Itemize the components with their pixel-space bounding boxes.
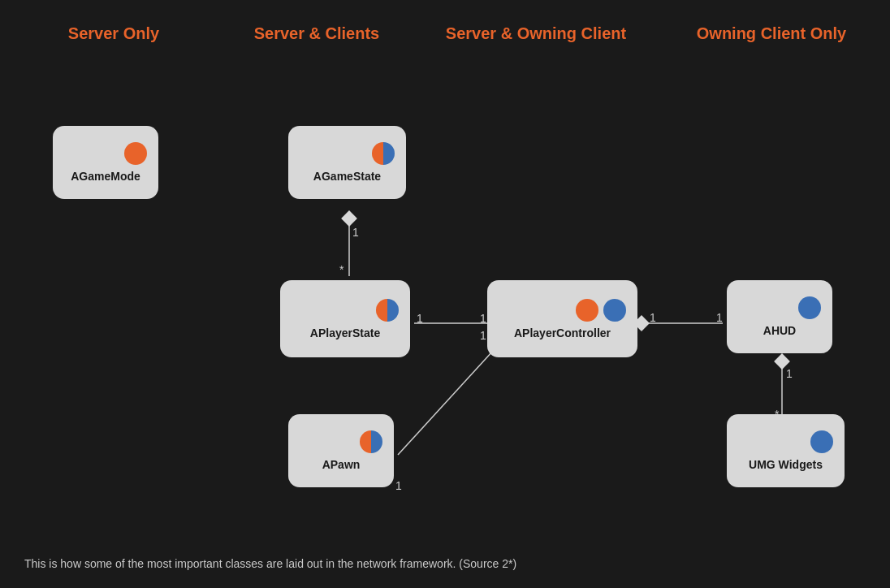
umgwidgets-blue-icon — [810, 430, 833, 453]
aplayercontroller-label: APlayerController — [514, 326, 611, 339]
col-header-server-only: Server Only — [41, 24, 187, 43]
apawn-label: APawn — [322, 458, 361, 471]
label-1-playercontroller-left: 1 — [480, 312, 486, 325]
agamestate-half-icon — [372, 142, 395, 165]
label-1-gamestate-top: 1 — [352, 226, 359, 239]
apawn-icons — [300, 430, 382, 453]
col-header-owning-only: Owning Client Only — [682, 24, 861, 43]
aplayercontroller-icons — [499, 299, 626, 322]
label-1-playerstate-right: 1 — [417, 312, 423, 325]
svg-line-4 — [398, 341, 502, 455]
label-1-playercontroller-left2: 1 — [480, 329, 486, 342]
node-umgwidgets: UMG Widgets — [727, 414, 845, 487]
node-ahud: AHUD — [727, 280, 832, 353]
label-1-playercontroller-right: 1 — [650, 311, 656, 324]
aplayerstate-label: APlayerState — [310, 326, 380, 339]
agamestate-label: AGameState — [313, 170, 381, 183]
ahud-icons — [738, 296, 821, 319]
agamemode-orange-icon — [124, 142, 147, 165]
aplayerstate-icons — [292, 299, 399, 322]
node-aplayercontroller: APlayerController — [487, 280, 637, 357]
aplayercontroller-blue-icon — [603, 299, 626, 322]
footer-text: This is how some of the most important c… — [24, 557, 516, 570]
node-aplayerstate: APlayerState — [280, 280, 410, 357]
label-1-ahud-bottom: 1 — [786, 367, 793, 380]
col-header-server-clients: Server & Clients — [244, 24, 390, 43]
node-agamestate: AGameState — [288, 126, 406, 199]
umgwidgets-label: UMG Widgets — [749, 458, 823, 471]
agamemode-label: AGameMode — [71, 170, 140, 183]
aplayerstate-half-icon — [376, 299, 399, 322]
agamestate-icons — [300, 142, 395, 165]
apawn-half-icon — [360, 430, 382, 453]
ahud-label: AHUD — [763, 324, 796, 337]
node-apawn: APawn — [288, 414, 394, 487]
agamemode-icons — [64, 142, 147, 165]
diamond-gamestate-playerstate — [341, 210, 357, 227]
aplayercontroller-orange-icon — [576, 299, 598, 322]
node-agamemode: AGameMode — [53, 126, 158, 199]
label-star-playerstate: * — [339, 263, 343, 276]
label-1-apawn: 1 — [395, 479, 402, 492]
ahud-blue-icon — [798, 296, 821, 319]
umgwidgets-icons — [738, 430, 833, 453]
label-1-ahud-left: 1 — [716, 311, 723, 324]
page-container: Server Only Server & Clients Server & Ow… — [0, 0, 890, 588]
col-header-server-owning: Server & Owning Client — [439, 24, 633, 43]
